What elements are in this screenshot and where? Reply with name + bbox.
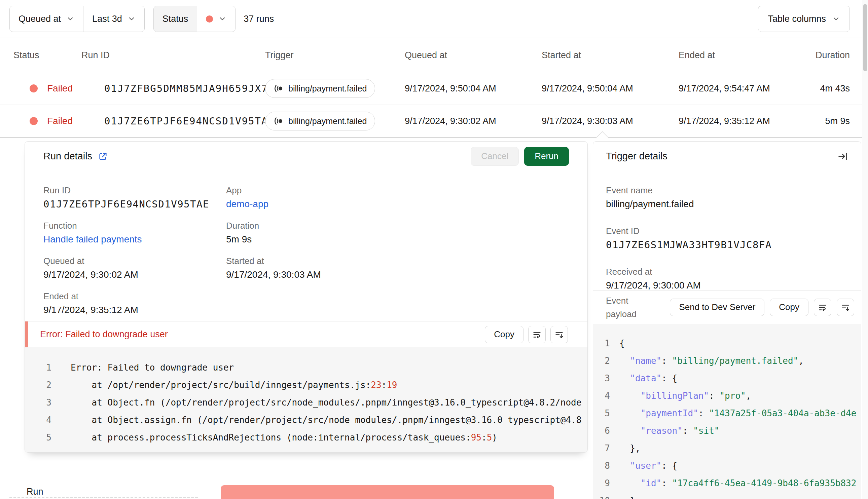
queued-at-cell: 9/17/2024, 9:50:04 AM (405, 83, 496, 94)
event-icon (274, 83, 284, 94)
scroll-to-bottom-button[interactable] (837, 299, 854, 316)
duration-cell: 4m 43s (774, 83, 850, 94)
column-header-run-id: Run ID (81, 50, 110, 60)
time-range-filter[interactable]: Last 3d (83, 6, 144, 32)
field-value: 01J7ZE6S1MJWA33HT9B1VJC8FA (606, 239, 848, 251)
word-wrap-button[interactable] (814, 299, 831, 316)
line-number: 2 (25, 376, 51, 394)
word-wrap-button[interactable] (528, 326, 546, 343)
chevron-down-icon (218, 15, 226, 23)
scrollbar-thumb[interactable] (863, 4, 867, 71)
column-header-queued: Queued at (405, 50, 447, 60)
queued-at-field: Queued at 9/17/2024, 9:30:02 AM (44, 256, 226, 280)
app-link[interactable]: demo-app (226, 198, 569, 210)
received-at-field: Received at 9/17/2024, 9:30:00 AM (606, 267, 848, 291)
failed-status-dot (29, 117, 38, 125)
rerun-button[interactable]: Rerun (524, 147, 569, 166)
code-line: 3 at Object.fn (/opt/render/project/src/… (25, 394, 588, 411)
error-banner: Error: Failed to downgrade user Copy (25, 321, 588, 348)
trigger-event-pill[interactable]: billing/payment.failed (265, 112, 375, 131)
code-text: "reason": "sit" (619, 426, 719, 436)
line-number: 4 (25, 411, 51, 429)
collapse-right-icon (837, 151, 848, 162)
code-text: at /opt/render/project/src/build/inngest… (71, 380, 397, 390)
field-value: billing/payment.failed (606, 198, 848, 210)
ended-at-cell: 9/17/2024, 9:54:47 AM (678, 83, 770, 94)
filter-bar: Queued at Last 3d Status 37 runs Table c… (0, 0, 862, 38)
event-payload-label: Event payload (606, 294, 660, 321)
table-row[interactable]: Failed 01J7ZE6TPJF6E94NCSD1V95TAE billin… (0, 105, 862, 137)
line-number: 4 (593, 387, 610, 404)
copy-button[interactable]: Copy (485, 326, 523, 343)
queued-at-cell: 9/17/2024, 9:30:02 AM (405, 116, 496, 126)
column-header-started: Started at (542, 50, 581, 60)
scroll-down-icon (841, 303, 850, 312)
error-actions: Copy (485, 326, 568, 343)
column-header-ended: Ended at (678, 50, 715, 60)
status-filter-label-segment[interactable]: Status (154, 6, 197, 32)
queued-at-filter-label: Queued at (19, 14, 61, 24)
field-label: Run ID (44, 185, 226, 195)
duration-cell: 5m 9s (774, 116, 850, 126)
field-label: Duration (226, 221, 569, 231)
trigger-event-pill[interactable]: billing/payment.failed (265, 79, 375, 98)
event-payload-actions: Send to Dev Server Copy (670, 299, 854, 316)
table-columns-button[interactable]: Table columns (758, 6, 850, 32)
code-line: 3 "data": { (593, 369, 861, 387)
external-link-icon[interactable] (98, 151, 108, 161)
code-text: at Object.assign.fn (/opt/render/project… (71, 415, 581, 425)
trigger-event-name: billing/payment.failed (288, 84, 367, 94)
error-title: Error: Failed to downgrade user (40, 329, 168, 340)
code-text: "id": "17ca4ff6-45ea-4149-9b48-6fa935b83… (619, 478, 856, 488)
status-filter-value[interactable] (197, 6, 235, 32)
column-header-status: Status (13, 50, 39, 60)
time-range-label: Last 3d (92, 14, 122, 24)
event-id-field: Event ID 01J7ZE6S1MJWA33HT9B1VJC8FA (606, 226, 848, 251)
copy-button[interactable]: Copy (770, 299, 808, 316)
status-label: Failed (47, 83, 73, 94)
scroll-down-icon (554, 330, 564, 339)
line-number: 3 (25, 394, 51, 411)
chevron-down-icon (128, 15, 136, 23)
started-at-cell: 9/17/2024, 9:50:04 AM (542, 83, 633, 94)
line-number: 5 (593, 404, 610, 422)
code-line: 10 } (593, 492, 861, 499)
queued-at-range-filter: Queued at Last 3d (9, 6, 145, 32)
app-field: App demo-app (226, 185, 569, 210)
page-scrollbar[interactable] (862, 0, 868, 499)
table-row[interactable]: Failed 01J7ZFBG5DMM85MJA9H659JX75 billin… (0, 72, 862, 105)
queued-at-filter[interactable]: Queued at (10, 6, 83, 32)
function-link[interactable]: Handle failed payments (44, 234, 226, 245)
run-details-header: Run details Cancel Rerun (25, 142, 588, 171)
trigger-details-fields: Event name billing/payment.failed Event … (593, 171, 861, 291)
field-label: App (226, 185, 569, 195)
line-number: 10 (593, 492, 610, 499)
scroll-to-bottom-button[interactable] (551, 326, 568, 343)
field-value: 9/17/2024, 9:30:02 AM (44, 269, 226, 280)
runs-page: Queued at Last 3d Status 37 runs Table c… (0, 0, 868, 499)
code-line: 2 "name": "billing/payment.failed", (593, 352, 861, 369)
code-line: 9 "id": "17ca4ff6-45ea-4149-9b48-6fa935b… (593, 474, 861, 492)
event-name-field: Event name billing/payment.failed (606, 185, 848, 210)
cancel-button[interactable]: Cancel (471, 147, 519, 166)
code-text: "user": { (619, 461, 677, 471)
trigger-details-title: Trigger details (606, 151, 667, 162)
timeline-run-bar[interactable] (221, 485, 554, 499)
code-line: 7 }, (593, 439, 861, 457)
code-text: "paymentId": "1437a25f-05a3-404a-ab3e-d4… (619, 408, 856, 418)
ended-at-cell: 9/17/2024, 9:35:12 AM (678, 116, 770, 126)
send-to-dev-server-button[interactable]: Send to Dev Server (670, 299, 764, 316)
status-cell: Failed (29, 116, 73, 126)
code-text: at process.processTicksAndRejections (no… (71, 433, 497, 442)
code-text: at Object.fn (/opt/render/project/src/no… (71, 398, 581, 407)
collapse-panel-button[interactable] (837, 151, 848, 162)
trigger-details-header: Trigger details (593, 142, 861, 171)
field-value: 9/17/2024, 9:35:12 AM (44, 304, 226, 316)
code-text: "name": "billing/payment.failed", (619, 356, 804, 366)
started-at-cell: 9/17/2024, 9:30:03 AM (542, 116, 633, 126)
ended-at-field: Ended at 9/17/2024, 9:35:12 AM (44, 291, 226, 316)
stack-trace-code: 1Error: Failed to downgrade user2 at /op… (25, 348, 588, 452)
code-line: 1Error: Failed to downgrade user (25, 359, 588, 376)
timeline-axis-dashes (9, 497, 198, 498)
run-details-panel: Run details Cancel Rerun Run ID 01J7ZE6T… (25, 141, 588, 453)
